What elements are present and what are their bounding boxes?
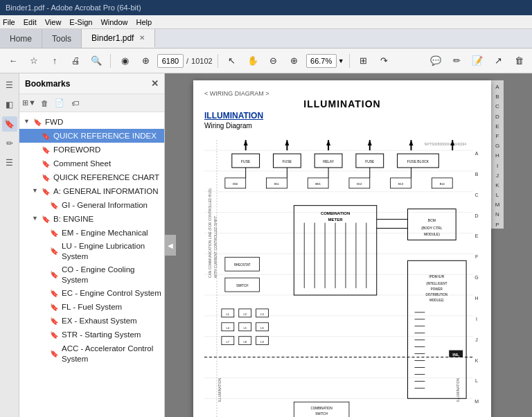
print-button[interactable]: 🖨 xyxy=(66,52,85,70)
menu-help[interactable]: Help xyxy=(136,18,152,26)
letter-g: G xyxy=(495,142,499,150)
svg-text:H: H xyxy=(475,296,479,301)
svg-text:B: B xyxy=(475,172,479,177)
zoom-dropdown-icon[interactable]: ▼ xyxy=(338,57,344,64)
bookmark-fwd[interactable]: ▼ 🔖 FWD xyxy=(19,115,164,129)
bookmark-acc-accelerator[interactable]: 🔖 ACC - Accelerator Control System xyxy=(19,342,164,366)
bookmark-ec-engine[interactable]: 🔖 EC - Engine Control System xyxy=(19,287,164,301)
select-tool-button[interactable]: ↖ xyxy=(223,52,241,70)
svg-text:C: C xyxy=(475,193,479,197)
bookmark-em-engine[interactable]: 🔖 EM - Engine Mechanical xyxy=(19,226,164,240)
svg-text:MODULE): MODULE) xyxy=(424,233,440,236)
tab-binder[interactable]: Binder1.pdf ✕ xyxy=(82,29,155,48)
svg-text:L4: L4 xyxy=(227,326,230,330)
menu-file[interactable]: File xyxy=(3,18,15,26)
icon-ec: 🔖 xyxy=(50,289,60,298)
next-page-button[interactable]: ⊕ xyxy=(136,52,154,70)
edit-icon-btn[interactable]: ✏ xyxy=(2,136,17,151)
zoom-out-button[interactable]: 🔍 xyxy=(87,52,105,70)
comment-button[interactable]: 💬 xyxy=(427,52,445,70)
zoom-in-button[interactable]: ⊕ xyxy=(285,52,303,70)
pdf-breadcrumb: < WIRING DIAGRAM > xyxy=(204,90,480,97)
bookmark-quick-ref-index[interactable]: 🔖 QUICK REFERENCE INDEX xyxy=(19,129,164,143)
menu-view[interactable]: View xyxy=(45,18,62,26)
bm-tag-btn[interactable]: 🏷 xyxy=(68,96,82,110)
svg-text:I: I xyxy=(476,317,477,321)
menu-window[interactable]: Window xyxy=(100,18,127,26)
svg-text:IPDM E/R: IPDM E/R xyxy=(429,275,444,278)
left-panel-icons: ☰ ◧ 🔖 ✏ ☰ xyxy=(0,73,19,417)
label-ec: EC - Engine Control System xyxy=(62,288,161,299)
hand-tool-button[interactable]: ✋ xyxy=(244,52,262,70)
pdf-nav-left[interactable]: ◀ xyxy=(165,235,176,256)
fit-button[interactable]: ⊞ xyxy=(355,52,373,70)
layers-icon-btn[interactable]: ◧ xyxy=(2,97,17,112)
pdf-viewer-area[interactable]: ◀ < WIRING DIAGRAM > ILLUMINATION ILLUMI… xyxy=(165,73,532,417)
zoom-input[interactable] xyxy=(306,54,337,68)
markup-button[interactable]: 📝 xyxy=(468,52,486,70)
bookmark-fl-fuel[interactable]: 🔖 FL - Fuel System xyxy=(19,301,164,314)
icon-str: 🔖 xyxy=(50,330,60,339)
highlight-button[interactable]: ✏ xyxy=(447,52,466,70)
toolbar-sep-2 xyxy=(218,54,218,68)
icon-quick-ref-index: 🔖 xyxy=(42,132,51,141)
bookmark-co-engine[interactable]: 🔖 CO - Engine Cooling System xyxy=(19,263,164,287)
arrow-fwd: ▼ xyxy=(24,118,32,126)
tab-tools-label: Tools xyxy=(52,34,71,44)
icon-engine: 🔖 xyxy=(42,215,51,224)
tab-home[interactable]: Home xyxy=(0,29,42,48)
menu-esign[interactable]: E-Sign xyxy=(69,18,92,26)
rotate-button[interactable]: ↷ xyxy=(375,52,393,70)
svg-text:BCM: BCM xyxy=(428,219,436,222)
bookmark-quick-ref-chart[interactable]: 🔖 QUICK REFERENCE CHART xyxy=(19,170,164,184)
bookmarks-title: Bookmarks xyxy=(25,79,70,89)
svg-text:FUSE: FUSE xyxy=(283,160,292,163)
back-button[interactable]: ← xyxy=(4,52,22,70)
bm-expand-btn[interactable]: ⊞▼ xyxy=(22,96,36,110)
svg-text:INL: INL xyxy=(452,353,459,357)
bookmark-str-starting[interactable]: 🔖 STR - Starting System xyxy=(19,328,164,342)
svg-text:B50: B50 xyxy=(233,182,238,186)
zoom-out2-button[interactable]: ⊖ xyxy=(265,52,283,70)
bookmark-lu-engine[interactable]: 🔖 LU - Engine Lubrication System xyxy=(19,240,164,263)
upload-button[interactable]: ↑ xyxy=(46,52,64,70)
svg-text:B14: B14 xyxy=(440,182,445,186)
prev-page-button[interactable]: ◉ xyxy=(116,52,134,70)
bookmarks-tree[interactable]: ▼ 🔖 FWD 🔖 QUICK REFERENCE INDEX 🔖 FOREWO… xyxy=(19,112,164,417)
tab-tools[interactable]: Tools xyxy=(42,29,82,48)
bookmark-foreword[interactable]: 🔖 FOREWORD xyxy=(19,143,164,157)
icon-em: 🔖 xyxy=(50,229,60,238)
tab-close-icon[interactable]: ✕ xyxy=(139,34,145,42)
share-button[interactable]: ↗ xyxy=(489,52,507,70)
bm-new-btn[interactable]: 📄 xyxy=(53,96,66,110)
page-number-input[interactable] xyxy=(157,54,184,68)
menu-edit[interactable]: Edit xyxy=(24,18,37,26)
total-pages: 10102 xyxy=(191,57,213,65)
delete-button[interactable]: 🗑 xyxy=(510,52,528,70)
search-icon-btn[interactable]: ☰ xyxy=(2,155,17,170)
bookmarks-icon-btn[interactable]: 🔖 xyxy=(2,116,17,132)
bookmark-add-button[interactable]: ☆ xyxy=(25,52,43,70)
letter-b: B xyxy=(495,93,499,100)
bookmark-comment-sheet[interactable]: 🔖 Comment Sheet xyxy=(19,157,164,170)
svg-text:L9: L9 xyxy=(260,340,264,344)
icon-ex: 🔖 xyxy=(50,317,60,326)
bookmarks-header: Bookmarks ✕ xyxy=(19,73,164,94)
bookmark-gi-general[interactable]: 🔖 GI - General Information xyxy=(19,198,164,212)
svg-text:COMBINATION: COMBINATION xyxy=(311,407,332,410)
main-area: ☰ ◧ 🔖 ✏ ☰ Bookmarks ✕ ⊞▼ 🗑 📄 🏷 ▼ 🔖 FWD xyxy=(0,73,532,417)
letter-h: H xyxy=(495,152,499,159)
bookmark-general-info[interactable]: ▼ 🔖 A: GENERAL INFORMATION xyxy=(19,184,164,198)
svg-text:B51: B51 xyxy=(274,182,280,186)
bookmarks-close-icon[interactable]: ✕ xyxy=(151,78,159,89)
bookmarks-panel: Bookmarks ✕ ⊞▼ 🗑 📄 🏷 ▼ 🔖 FWD 🔖 QUICK REF… xyxy=(19,73,165,417)
toolbar: ← ☆ ↑ 🖨 🔍 ◉ ⊕ / 10102 ↖ ✋ ⊖ ⊕ ▼ ⊞ ↷ 💬 ✏ … xyxy=(0,48,532,73)
cursor-icon-btn[interactable]: ☰ xyxy=(2,78,17,93)
letter-k: K xyxy=(495,181,499,189)
svg-text:L1: L1 xyxy=(227,312,230,316)
bookmark-ex-exhaust[interactable]: 🔖 EX - Exhaust System xyxy=(19,314,164,328)
bookmark-engine[interactable]: ▼ 🔖 B: ENGINE xyxy=(19,212,164,226)
bm-delete-btn[interactable]: 🗑 xyxy=(37,96,51,110)
icon-co: 🔖 xyxy=(50,270,60,279)
svg-text:D: D xyxy=(475,213,479,218)
